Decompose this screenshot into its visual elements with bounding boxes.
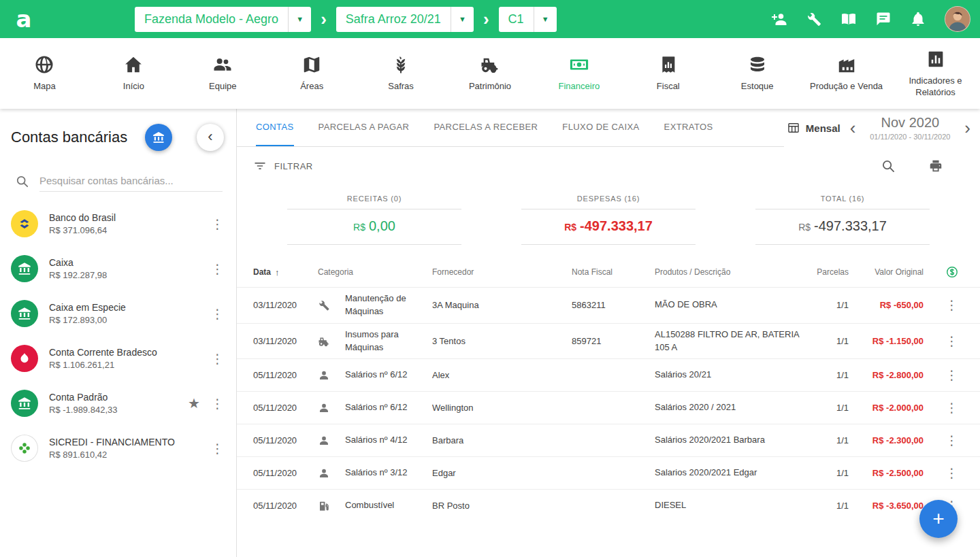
search-transactions-button[interactable] (881, 158, 896, 173)
nav-item-equipe[interactable]: Equipe (178, 38, 267, 109)
nav-item-indicadores-relatorios[interactable]: Indicadores e Relatórios (891, 38, 980, 109)
tab-fluxo-de-caixa[interactable]: FLUXO DE CAIXA (562, 109, 639, 146)
account-row-banco-do-brasil[interactable]: Banco do Brasil R$ 371.096,64 ⋮ (0, 201, 236, 246)
print-button[interactable] (928, 158, 943, 173)
account-menu-button[interactable]: ⋮ (204, 351, 231, 367)
nav-item-estoque[interactable]: Estoque (713, 38, 802, 109)
account-row-conta-padrao[interactable]: Conta Padrão R$ -1.989.842,33 ★ ⋮ (0, 381, 236, 426)
row-menu-button[interactable]: ⋮ (938, 465, 965, 481)
chevron-left-icon: ‹ (208, 129, 212, 144)
nav-item-financeiro[interactable]: Financeiro (534, 38, 623, 109)
despesas-card: DESPESAS (16) R$-497.333,17 (521, 195, 696, 245)
period-mode-button[interactable]: Mensal (787, 121, 840, 135)
transaction-description: Salários 2020 / 2021 (655, 401, 815, 414)
farm-selector-value: Fazenda Modelo - Aegro (135, 7, 288, 32)
farm-selector[interactable]: Fazenda Modelo - Aegro ▼ (135, 7, 311, 32)
tab-parcelas-a-pagar[interactable]: PARCELAS A PAGAR (318, 109, 410, 146)
globe-icon (34, 54, 54, 75)
account-balance: R$ 172.893,00 (49, 315, 126, 325)
tab-extratos[interactable]: EXTRATOS (664, 109, 713, 146)
account-menu-button[interactable]: ⋮ (204, 441, 231, 456)
transaction-row[interactable]: 05/11/2020 Salários nº 4/12 Barbara Salá… (237, 424, 980, 456)
tab-parcelas-a-receber[interactable]: PARCELAS A RECEBER (434, 109, 538, 146)
row-menu-button[interactable]: ⋮ (938, 367, 965, 383)
period-month[interactable]: Nov 2020 01/11/2020 - 30/11/2020 (860, 115, 960, 141)
transaction-category: Salários nº 6/12 (345, 401, 432, 414)
nav-item-patrimonio[interactable]: Patrimônio (446, 38, 535, 109)
total-label: TOTAL (16) (755, 195, 930, 209)
next-month-button[interactable]: › (960, 119, 975, 137)
nav-item-mapa[interactable]: Mapa (0, 38, 89, 109)
table-toolbar: FILTRAR (237, 147, 980, 185)
account-name: Banco do Brasil (49, 212, 116, 223)
row-menu-button[interactable]: ⋮ (938, 400, 965, 416)
account-name: Conta Padrão (49, 392, 117, 403)
transaction-installments: 1/1 (815, 501, 849, 511)
nav-label: Áreas (300, 81, 323, 92)
transaction-description: Salarios 2020/2021 Edgar (655, 467, 815, 479)
kebab-icon: ⋮ (945, 334, 958, 348)
amount: 0,00 (369, 218, 395, 233)
default-account-star-button[interactable]: ★ (184, 394, 204, 413)
add-bank-account-button[interactable] (145, 124, 172, 151)
chat-button[interactable] (875, 11, 892, 27)
column-header-data[interactable]: Data ↑ (253, 267, 318, 277)
period-control: Mensal ‹ Nov 2020 01/11/2020 - 30/11/202… (784, 109, 980, 147)
filter-button[interactable]: FILTRAR (253, 159, 313, 173)
field-selector[interactable]: C1 ▼ (499, 7, 557, 32)
row-menu-button[interactable]: ⋮ (938, 297, 965, 313)
financeiro-main: CONTAS PARCELAS A PAGAR PARCELAS A RECEB… (237, 109, 980, 557)
notifications-button[interactable] (910, 11, 926, 27)
account-row-sicredi[interactable]: SICREDI - FINANCIAMENTO R$ 891.610,42 ⋮ (0, 426, 236, 471)
account-row-caixa-em-especie[interactable]: Caixa em Especie R$ 172.893,00 ⋮ (0, 291, 236, 336)
transaction-row[interactable]: 05/11/2020 Salários nº 3/12 Edgar Salari… (237, 456, 980, 489)
calendar-grid-icon (787, 121, 800, 135)
tab-contas[interactable]: CONTAS (256, 109, 294, 146)
amount: -497.333,17 (580, 218, 653, 233)
account-name: SICREDI - FINANCIAMENTO (49, 437, 175, 448)
season-selector[interactable]: Safra Arroz 20/21 ▼ (336, 7, 474, 32)
account-menu-button[interactable]: ⋮ (204, 306, 231, 322)
transaction-value: R$ -2.300,00 (849, 435, 924, 445)
account-menu-button[interactable]: ⋮ (204, 216, 231, 232)
kebab-icon: ⋮ (945, 466, 958, 480)
transaction-row[interactable]: 05/11/2020 Salários nº 6/12 Alex Salário… (237, 358, 980, 391)
wheat-icon (391, 54, 411, 75)
account-row-bradesco[interactable]: Conta Corrente Bradesco R$ 1.106.261,21 … (0, 336, 236, 381)
user-avatar[interactable] (945, 6, 970, 32)
transaction-description: Salários 2020/2021 Barbara (655, 434, 815, 447)
report-icon (926, 49, 946, 69)
transaction-row[interactable]: 05/11/2020 Combustível BR Posto DIESEL 1… (237, 489, 980, 522)
nav-item-inicio[interactable]: Início (89, 38, 178, 109)
transaction-invoice: 5863211 (572, 300, 655, 310)
nav-item-producao-venda[interactable]: Produção e Venda (802, 38, 891, 109)
tools-button[interactable] (806, 11, 822, 27)
nav-item-safras[interactable]: Safras (357, 38, 446, 109)
dropdown-arrow-icon: ▼ (451, 7, 474, 32)
account-row-caixa[interactable]: Caixa R$ 192.287,98 ⋮ (0, 246, 236, 291)
invite-user-button[interactable] (771, 11, 787, 27)
nav-item-areas[interactable]: Áreas (267, 38, 357, 109)
row-menu-button[interactable]: ⋮ (938, 433, 965, 448)
account-menu-button[interactable]: ⋮ (204, 261, 231, 277)
account-menu-button[interactable]: ⋮ (204, 396, 231, 411)
transaction-row[interactable]: 03/11/2020 Insumos para Máquinas 3 Tento… (237, 323, 980, 359)
chevron-left-icon: ‹ (850, 118, 856, 138)
transactions-table: Data ↑ Categoria Fornecedor Nota Fiscal … (237, 257, 980, 522)
collapse-sidebar-button[interactable]: ‹ (197, 124, 224, 151)
amount: -497.333,17 (814, 218, 887, 233)
add-transaction-fab[interactable]: + (919, 500, 958, 538)
transaction-invoice: 859721 (572, 336, 655, 346)
previous-month-button[interactable]: ‹ (846, 119, 860, 137)
dropdown-arrow-icon: ▼ (288, 7, 311, 32)
sort-ascending-icon: ↑ (275, 267, 280, 277)
nav-label: Estoque (741, 81, 774, 92)
transaction-supplier: BR Posto (432, 501, 572, 511)
help-guide-button[interactable] (840, 11, 857, 27)
accounts-search-input[interactable] (39, 170, 223, 192)
transaction-row[interactable]: 05/11/2020 Salários nº 6/12 Wellington S… (237, 391, 980, 424)
row-menu-button[interactable]: ⋮ (938, 333, 965, 349)
nav-label: Mapa (33, 81, 56, 92)
nav-item-fiscal[interactable]: Fiscal (623, 38, 713, 109)
transaction-row[interactable]: 03/11/2020 Manutenção de Máquinas 3A Maq… (237, 287, 980, 323)
